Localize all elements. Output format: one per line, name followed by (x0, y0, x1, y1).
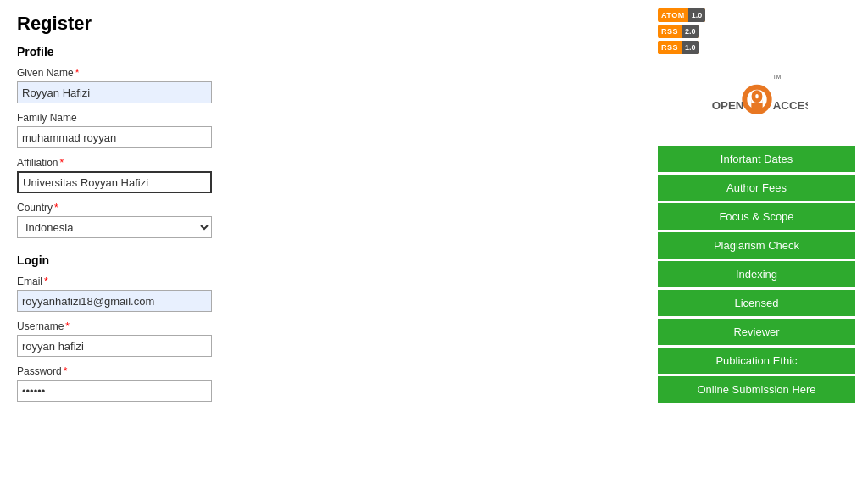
svg-text:TM: TM (772, 74, 781, 80)
sidebar-btn-online-submission[interactable]: Online Submission Here (658, 376, 855, 403)
sidebar-btn-licensed[interactable]: Licensed (658, 290, 855, 316)
username-input[interactable] (17, 335, 212, 357)
sidebar: ATOM 1.0 RSS 2.0 RSS 1.0 TM (645, 0, 868, 484)
username-group: Username* (17, 320, 628, 357)
page-title: Register (17, 13, 628, 35)
atom-badge[interactable]: ATOM 1.0 (658, 8, 705, 22)
email-input[interactable] (17, 290, 212, 312)
password-input[interactable] (17, 380, 212, 402)
username-label: Username* (17, 320, 628, 332)
rss2-badge[interactable]: RSS 2.0 (658, 25, 699, 38)
given-name-group: Given Name* (17, 67, 628, 103)
profile-section-title: Profile (17, 45, 628, 58)
affiliation-group: Affiliation* (17, 157, 628, 193)
given-name-input[interactable] (17, 81, 212, 103)
sidebar-btn-indexing[interactable]: Indexing (658, 261, 855, 287)
family-name-group: Family Name (17, 112, 628, 148)
svg-rect-4 (754, 92, 760, 101)
sidebar-btn-plagiarism-check[interactable]: Plagiarism Check (658, 232, 855, 259)
main-content: Register Profile Given Name* Family Name… (0, 0, 645, 484)
email-label: Email* (17, 275, 628, 287)
country-group: Country* Indonesia Malaysia Singapore Un… (17, 202, 628, 238)
email-group: Email* (17, 275, 628, 312)
svg-text:OPEN: OPEN (711, 99, 743, 112)
sidebar-btn-important-dates[interactable]: Infortant Dates (658, 146, 855, 172)
affiliation-input[interactable] (17, 171, 212, 193)
sidebar-btn-focus-scope[interactable]: Focus & Scope (658, 203, 855, 230)
svg-text:ACCESS: ACCESS (772, 99, 807, 112)
sidebar-buttons: Infortant Dates Author Fees Focus & Scop… (658, 146, 855, 403)
open-access-logo: TM OPEN ACCESS (658, 67, 855, 129)
badge-row: ATOM 1.0 RSS 2.0 RSS 1.0 (658, 8, 855, 54)
sidebar-btn-publication-ethic[interactable]: Publication Ethic (658, 348, 855, 374)
family-name-label: Family Name (17, 112, 628, 124)
sidebar-btn-author-fees[interactable]: Author Fees (658, 175, 855, 201)
password-group: Password* (17, 365, 628, 402)
country-label: Country* (17, 202, 628, 214)
login-section-title: Login (17, 253, 628, 267)
family-name-input[interactable] (17, 126, 212, 148)
password-label: Password* (17, 365, 628, 377)
sidebar-btn-reviewer[interactable]: Reviewer (658, 319, 855, 345)
rss1-badge[interactable]: RSS 1.0 (658, 41, 699, 54)
affiliation-label: Affiliation* (17, 157, 628, 169)
given-name-label: Given Name* (17, 67, 628, 79)
country-select[interactable]: Indonesia Malaysia Singapore United Stat… (17, 216, 212, 238)
